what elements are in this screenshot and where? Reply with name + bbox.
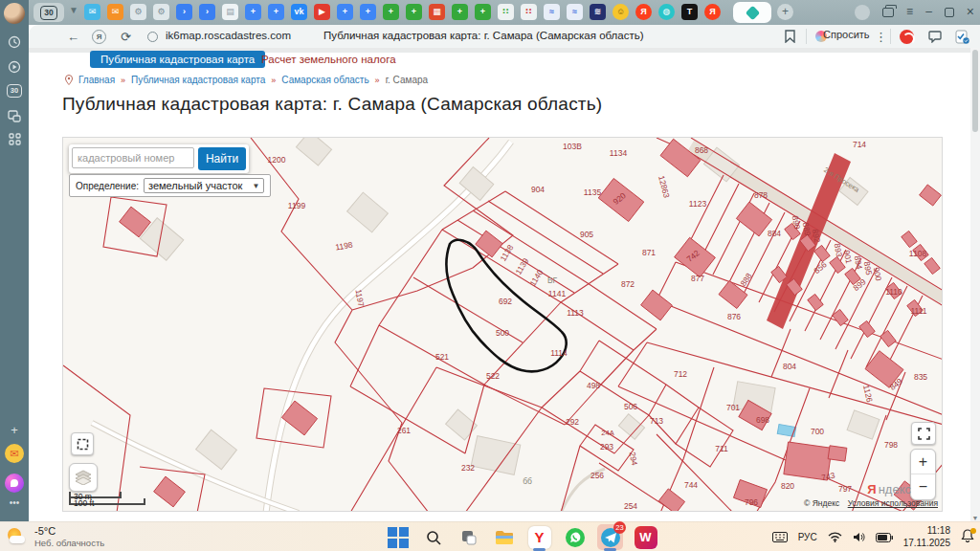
alice-browser-icon[interactable]: [900, 25, 914, 48]
taskbar-app-task-view[interactable]: [456, 524, 481, 550]
browser-tab-favicon[interactable]: ▦: [429, 4, 445, 20]
browser-tab-favicon[interactable]: +: [475, 4, 491, 20]
svg-text:904: 904: [531, 185, 545, 194]
close-button[interactable]: ×: [967, 4, 974, 20]
site-info-icon[interactable]: [147, 25, 158, 48]
taskbar-clock[interactable]: 11:18 17.11.2025: [903, 525, 950, 549]
browser-tab-favicon[interactable]: +: [406, 4, 422, 20]
browser-tab-favicon[interactable]: ›: [176, 4, 192, 20]
layers-button[interactable]: [69, 463, 98, 492]
breadcrumb-item[interactable]: Главная: [78, 75, 115, 85]
menu-hamburger-icon[interactable]: ≡: [906, 4, 913, 20]
protect-shield-icon[interactable]: [955, 25, 969, 48]
breadcrumb-item[interactable]: Самарская область: [281, 75, 368, 85]
minimize-button[interactable]: –: [925, 4, 932, 20]
browser-tab-favicon[interactable]: ◍: [658, 4, 675, 20]
scrollbar-down-arrow[interactable]: ▼: [970, 515, 980, 521]
taskbar-app-yandex-browser[interactable]: Y: [526, 524, 552, 550]
sidebar-more-icon[interactable]: •••: [0, 497, 29, 508]
tab-groups-icon[interactable]: [882, 8, 894, 17]
cadastral-map[interactable]: 1200119911981197103В90411341135905868128…: [62, 137, 943, 512]
browser-tab-favicon[interactable]: ≈: [544, 4, 560, 20]
refresh-icon[interactable]: ⟳: [121, 25, 131, 48]
browser-tab-favicon[interactable]: +: [337, 4, 353, 20]
browser-tab-favicon[interactable]: +: [268, 4, 284, 20]
wifi-icon[interactable]: [828, 532, 842, 542]
profile-avatar[interactable]: [4, 3, 25, 24]
terms-of-use-link[interactable]: Условия использования: [848, 498, 938, 508]
devices-tabs-icon[interactable]: [0, 107, 29, 124]
new-tab-button[interactable]: +: [777, 4, 793, 20]
browser-sidebar: 30 + ✉ •••: [0, 0, 29, 521]
definition-select[interactable]: земельный участок ▼: [144, 178, 264, 193]
url-text[interactable]: ik6map.roscadastres.com: [166, 30, 291, 41]
bookmark-icon[interactable]: [785, 25, 795, 48]
browser-tab-favicon[interactable]: ▶: [314, 4, 330, 20]
browser-tab-favicon[interactable]: ⚙: [130, 4, 146, 20]
measure-tool-button[interactable]: [71, 432, 94, 455]
browser-tab-favicon[interactable]: ✉: [84, 4, 100, 20]
chevron-down-icon[interactable]: ▼: [69, 5, 78, 15]
profile-circle-icon[interactable]: [855, 5, 870, 20]
browser-tab-favicon[interactable]: ⚙: [153, 4, 169, 20]
site-tab-land-tax[interactable]: Расчет земельного налога: [251, 51, 407, 68]
zoom-in-button[interactable]: +: [911, 450, 935, 474]
svg-text:835: 835: [914, 372, 927, 382]
browser-tab-favicon[interactable]: ✉: [107, 4, 123, 20]
sidebar-add-icon[interactable]: +: [0, 423, 29, 437]
browser-tab-favicon[interactable]: ☺: [612, 4, 629, 20]
browser-tab-favicon[interactable]: Я: [704, 4, 721, 20]
address-bar: ← Я ⟳ ik6map.roscadastres.com Публичная …: [29, 25, 980, 48]
taskbar-app-file-explorer[interactable]: [491, 524, 517, 550]
breadcrumb-item[interactable]: Публичная кадастровая карта: [131, 75, 265, 85]
language-indicator[interactable]: РУС: [798, 532, 817, 542]
windows-taskbar: -5°C Неб. облачность Y23W РУС 11:18 17.1…: [0, 521, 980, 551]
browser-tab-favicon[interactable]: vk: [291, 4, 307, 20]
taskbar-app-search[interactable]: [420, 524, 446, 550]
taskbar-app-telegram[interactable]: 23: [597, 524, 623, 550]
taskbar-app-start[interactable]: [385, 524, 411, 550]
kebab-menu-icon[interactable]: ⋮: [875, 25, 887, 48]
media-icon[interactable]: [0, 57, 29, 75]
battery-icon[interactable]: [876, 533, 893, 542]
comments-icon[interactable]: [928, 25, 942, 48]
find-button[interactable]: Найти: [198, 147, 246, 170]
browser-tab-favicon[interactable]: +: [245, 4, 261, 20]
cadastral-number-input[interactable]: [72, 147, 194, 168]
browser-tab-favicon[interactable]: ∷: [498, 4, 514, 20]
browser-tab-favicon[interactable]: ≋: [590, 4, 606, 20]
svg-text:1114: 1114: [550, 348, 568, 358]
keyboard-icon[interactable]: [772, 532, 788, 542]
tab-count-box[interactable]: 30: [7, 84, 22, 98]
maximize-button[interactable]: [945, 8, 954, 17]
browser-tab-favicon[interactable]: Я: [635, 4, 652, 20]
page-scrollbar[interactable]: ▼: [970, 48, 980, 521]
history-icon[interactable]: [0, 33, 29, 50]
browser-tab-favicon[interactable]: ▤: [222, 4, 238, 20]
alice-assistant-icon[interactable]: [5, 474, 24, 493]
ask-ai-button[interactable]: Спросить: [823, 29, 870, 40]
fullscreen-button[interactable]: [911, 422, 936, 445]
browser-tab-favicon[interactable]: ›: [199, 4, 215, 20]
site-tab-cadastral-map[interactable]: Публичная кадастровая карта: [90, 51, 265, 68]
taskbar-app-whatsapp[interactable]: [562, 524, 588, 550]
svg-text:804: 804: [783, 362, 796, 371]
back-icon[interactable]: ←: [67, 25, 79, 48]
browser-tab-favicon[interactable]: Т: [681, 4, 698, 20]
volume-icon[interactable]: [853, 532, 865, 542]
browser-tab-favicon[interactable]: +: [383, 4, 399, 20]
browser-tab-favicon[interactable]: ∷: [521, 4, 537, 20]
browser-tab-favicon[interactable]: +: [360, 4, 376, 20]
browser-tab-favicon[interactable]: ≈: [567, 4, 583, 20]
taskbar-weather-widget[interactable]: -5°C Неб. облачность: [6, 525, 104, 548]
browser-tab-favicon[interactable]: +: [452, 4, 468, 20]
tab-counter-button[interactable]: 30: [33, 3, 64, 22]
active-tab[interactable]: [733, 2, 771, 23]
zoom-out-button[interactable]: −: [911, 474, 935, 499]
notifications-bell[interactable]: [961, 529, 974, 546]
yandex-search-icon[interactable]: Я: [92, 25, 106, 48]
taskbar-app-wildberries[interactable]: W: [633, 524, 658, 550]
apps-grid-icon[interactable]: [0, 130, 29, 147]
yandex-mail-icon[interactable]: ✉: [5, 444, 24, 463]
scrollbar-thumb[interactable]: [972, 50, 978, 132]
